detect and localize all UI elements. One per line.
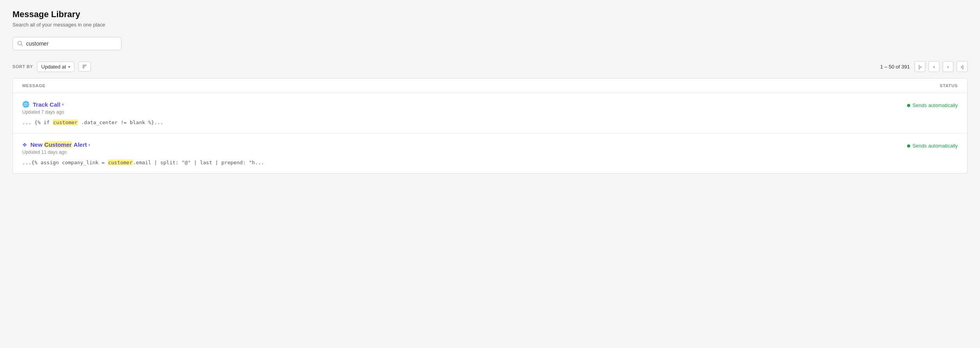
status-badge: Sends automatically (907, 143, 958, 149)
chevron-down-icon: ▾ (68, 65, 70, 69)
table-header: MESSAGE STATUS (13, 79, 967, 93)
status-dot (907, 144, 910, 148)
sort-order-button[interactable] (78, 62, 91, 72)
row-left: Track Call › Updated 7 days ago ... {% i… (22, 101, 907, 125)
pagination-first-button[interactable]: |‹ (915, 61, 925, 72)
preview-after: .data_center != blank %}... (78, 120, 163, 125)
row-right: Sends automatically (907, 141, 958, 149)
message-title-suffix: Alert (74, 141, 87, 148)
message-title-link[interactable]: New Customer Alert › (30, 141, 90, 148)
col-message-header: MESSAGE (22, 83, 46, 88)
message-title-prefix: New (30, 141, 42, 148)
pagination-last-button[interactable]: ›| (957, 61, 968, 72)
preview-after: .email | split: "@" | last | prepend: "h… (133, 160, 264, 165)
pagination-info: 1 – 50 of 391 (880, 64, 910, 70)
sort-by-label: SORT BY (12, 64, 33, 69)
page-title: Message Library (12, 9, 968, 19)
row-left: New Customer Alert › Updated 11 days ago… (22, 141, 907, 165)
search-wrapper: customer (12, 37, 122, 50)
toolbar-row: SORT BY Updated at ▾ 1 – 50 of 391 |‹ ‹ … (12, 61, 968, 72)
message-preview: ... {% if customer .data_center != blank… (22, 120, 907, 125)
message-title-text: Track Call (33, 101, 60, 108)
message-title-link[interactable]: Track Call › (33, 101, 64, 108)
preview-before: ... {% if (22, 120, 53, 125)
message-updated: Updated 7 days ago (22, 109, 907, 115)
status-text: Sends automatically (913, 143, 958, 149)
message-title-row: New Customer Alert › (22, 141, 907, 148)
sort-select-value: Updated at (41, 64, 66, 70)
message-preview: ...{% assign company_link = customer.ema… (22, 160, 907, 165)
svg-line-1 (21, 44, 23, 46)
message-table: MESSAGE STATUS Track Call › Updated 7 da… (12, 78, 968, 174)
sort-by-select[interactable]: Updated at ▾ (37, 62, 75, 72)
toolbar-left: SORT BY Updated at ▾ (12, 62, 91, 72)
search-input[interactable]: customer (26, 40, 117, 47)
message-title-row: Track Call › (22, 101, 907, 108)
row-right: Sends automatically (907, 101, 958, 108)
page-container: Message Library Search all of your messa… (0, 0, 980, 183)
col-status-header: STATUS (940, 83, 958, 88)
chevron-right-icon: › (62, 102, 64, 107)
table-row: New Customer Alert › Updated 11 days ago… (13, 134, 967, 173)
table-row: Track Call › Updated 7 days ago ... {% i… (13, 93, 967, 134)
status-dot (907, 104, 910, 107)
status-badge: Sends automatically (907, 102, 958, 108)
search-icon (18, 41, 23, 46)
preview-before: ...{% assign company_link = (22, 160, 108, 165)
pagination-next-button[interactable]: › (943, 61, 953, 72)
page-subtitle: Search all of your messages in one place (12, 22, 968, 28)
pagination-prev-button[interactable]: ‹ (929, 61, 939, 72)
chevron-right-icon: › (88, 142, 90, 148)
preview-highlight: customer (108, 160, 133, 165)
preview-highlight: customer (53, 120, 78, 125)
sort-order-icon (82, 64, 87, 69)
apps-icon (22, 142, 27, 148)
globe-icon (22, 101, 30, 108)
toolbar-right: 1 – 50 of 391 |‹ ‹ › ›| (880, 61, 968, 72)
status-text: Sends automatically (913, 102, 958, 108)
message-updated: Updated 11 days ago (22, 149, 907, 155)
message-title-highlight: Customer (44, 141, 72, 148)
search-container: customer (12, 37, 968, 50)
